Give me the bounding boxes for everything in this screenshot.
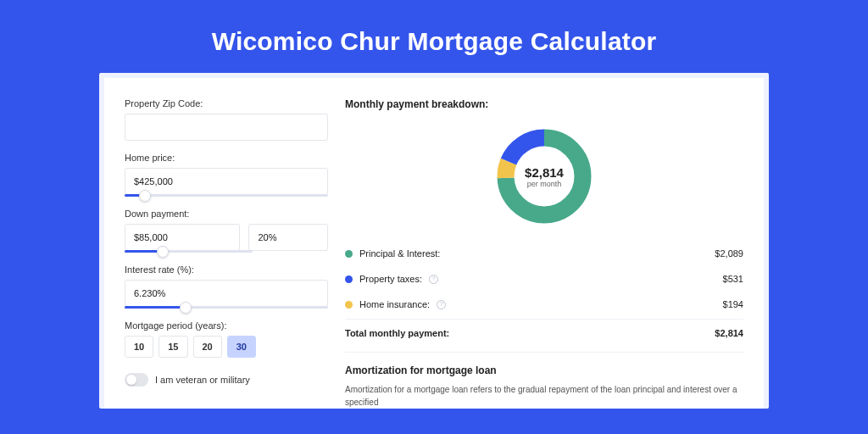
home-price-slider[interactable] xyxy=(125,194,328,197)
period-field: Mortgage period (years): 10 15 20 30 xyxy=(125,320,328,358)
down-payment-label: Down payment: xyxy=(125,209,328,219)
slider-handle[interactable] xyxy=(157,246,169,258)
slider-handle[interactable] xyxy=(180,302,192,314)
down-payment-slider[interactable] xyxy=(125,250,253,253)
zip-field: Property Zip Code: xyxy=(125,98,328,141)
dot-icon xyxy=(345,275,353,283)
zip-label: Property Zip Code: xyxy=(125,98,328,108)
donut-amount: $2,814 xyxy=(525,165,564,180)
home-price-field: Home price: xyxy=(125,153,328,197)
calculator-card: Property Zip Code: Home price: Down paym… xyxy=(104,78,764,409)
down-payment-pct-input[interactable] xyxy=(248,224,328,251)
veteran-toggle[interactable] xyxy=(125,373,148,387)
donut-center: $2,814 per month xyxy=(493,125,595,227)
legend-value: $194 xyxy=(723,299,743,309)
page-title: Wicomico Chur Mortgage Calculator xyxy=(0,27,868,56)
down-payment-field: Down payment: xyxy=(125,209,328,253)
breakdown-title: Monthly payment breakdown: xyxy=(345,98,743,110)
legend-label: Property taxes: xyxy=(359,274,422,284)
period-option-30[interactable]: 30 xyxy=(227,336,256,358)
period-option-10[interactable]: 10 xyxy=(125,336,153,358)
interest-label: Interest rate (%): xyxy=(125,264,328,275)
legend-row-insurance: Home insurance: ? $194 xyxy=(345,292,743,317)
hero: Wicomico Chur Mortgage Calculator xyxy=(0,0,868,73)
legend-value: $531 xyxy=(723,274,743,284)
legend-label: Home insurance: xyxy=(359,299,430,309)
veteran-row: I am veteran or military xyxy=(125,373,328,387)
down-payment-input[interactable] xyxy=(125,224,240,251)
veteran-label: I am veteran or military xyxy=(155,375,250,385)
legend-row-principal: Principal & Interest: $2,089 xyxy=(345,241,743,266)
legend-label: Principal & Interest: xyxy=(359,248,440,259)
period-option-20[interactable]: 20 xyxy=(193,336,222,358)
amortization-title: Amortization for mortgage loan xyxy=(345,364,743,376)
legend-value: $2,089 xyxy=(715,248,743,259)
donut-chart: $2,814 per month xyxy=(493,125,595,227)
interest-field: Interest rate (%): xyxy=(125,264,328,309)
legend-row-taxes: Property taxes: ? $531 xyxy=(345,266,743,292)
interest-input[interactable] xyxy=(125,280,328,307)
dot-icon xyxy=(345,250,353,258)
amortization-text: Amortization for a mortgage loan refers … xyxy=(345,383,743,409)
info-icon[interactable]: ? xyxy=(429,275,438,284)
total-row: Total monthly payment: $2,814 xyxy=(345,319,743,338)
slider-handle[interactable] xyxy=(139,190,151,202)
toggle-knob xyxy=(126,375,136,385)
donut-wrap: $2,814 per month xyxy=(345,119,743,241)
inputs-column: Property Zip Code: Home price: Down paym… xyxy=(125,98,328,409)
home-price-input[interactable] xyxy=(125,168,328,195)
period-option-15[interactable]: 15 xyxy=(159,336,187,358)
dot-icon xyxy=(345,301,353,309)
results-column: Monthly payment breakdown: $2,814 per mo… xyxy=(345,98,743,409)
slider-fill xyxy=(125,306,186,309)
donut-sub: per month xyxy=(527,180,562,188)
interest-slider[interactable] xyxy=(125,306,328,309)
zip-input[interactable] xyxy=(125,114,328,141)
info-icon[interactable]: ? xyxy=(437,300,446,309)
amortization-section: Amortization for mortgage loan Amortizat… xyxy=(345,352,743,409)
home-price-label: Home price: xyxy=(125,153,328,163)
period-options: 10 15 20 30 xyxy=(125,336,328,358)
period-label: Mortgage period (years): xyxy=(125,320,328,331)
total-label: Total monthly payment: xyxy=(345,328,449,338)
calculator-outer: Property Zip Code: Home price: Down paym… xyxy=(99,73,769,409)
total-value: $2,814 xyxy=(715,328,743,338)
